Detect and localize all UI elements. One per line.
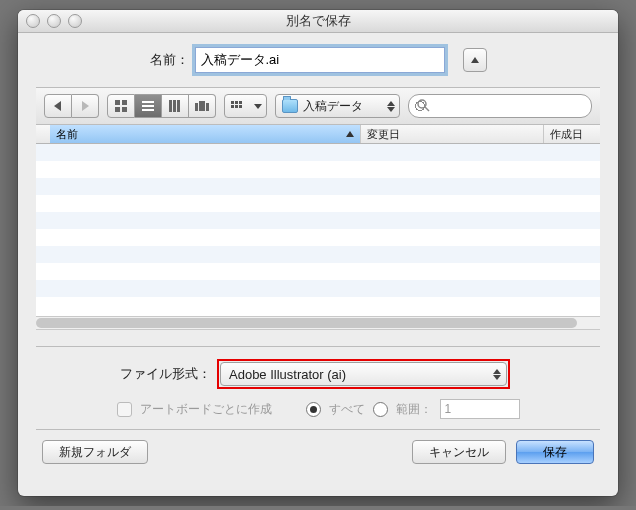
- view-coverflow-button[interactable]: [189, 94, 216, 118]
- list-row: [36, 246, 600, 263]
- radio-all: [306, 402, 321, 417]
- format-popup[interactable]: Adobe Illustrator (ai): [220, 362, 507, 386]
- filename-row: 名前：: [36, 47, 600, 73]
- triangle-left-icon: [54, 101, 62, 111]
- svg-rect-9: [142, 109, 154, 111]
- format-highlight: Adobe Illustrator (ai): [217, 359, 510, 389]
- minimize-icon[interactable]: [47, 14, 61, 28]
- back-button[interactable]: [44, 94, 72, 118]
- search-input[interactable]: [408, 94, 592, 118]
- svg-rect-21: [239, 105, 242, 108]
- artboard-checkbox: [117, 402, 132, 417]
- artboard-checkbox-label: アートボードごとに作成: [140, 401, 272, 418]
- svg-line-23: [425, 107, 429, 111]
- column-view-icon: [169, 100, 181, 112]
- svg-rect-10: [169, 100, 172, 112]
- list-row: [36, 263, 600, 280]
- svg-rect-20: [235, 105, 238, 108]
- svg-rect-15: [206, 103, 209, 111]
- chevron-down-icon: [387, 107, 395, 112]
- view-icon-button[interactable]: [107, 94, 135, 118]
- svg-rect-14: [199, 101, 205, 111]
- chevron-up-icon: [470, 56, 480, 64]
- svg-rect-19: [231, 105, 234, 108]
- svg-marker-1: [54, 101, 61, 111]
- window-title: 別名で保存: [18, 12, 618, 30]
- list-view-icon: [142, 101, 154, 111]
- nav-back-forward: [44, 94, 99, 118]
- list-row: [36, 144, 600, 161]
- svg-rect-17: [235, 101, 238, 104]
- svg-marker-0: [471, 57, 479, 63]
- svg-point-22: [418, 100, 426, 108]
- file-list[interactable]: [36, 144, 600, 316]
- grid-arrange-icon: [231, 101, 243, 111]
- svg-rect-11: [173, 100, 176, 112]
- expand-collapse-button[interactable]: [463, 48, 487, 72]
- new-folder-button[interactable]: 新規フォルダ: [42, 440, 148, 464]
- svg-marker-2: [82, 101, 89, 111]
- footer: 新規フォルダ キャンセル 保存: [36, 430, 600, 464]
- list-row: [36, 161, 600, 178]
- artboard-row: アートボードごとに作成 すべて 範囲：: [50, 399, 586, 419]
- svg-rect-8: [142, 105, 154, 107]
- list-row: [36, 178, 600, 195]
- list-row: [36, 195, 600, 212]
- column-name[interactable]: 名前: [50, 125, 361, 143]
- titlebar: 別名で保存: [18, 10, 618, 33]
- traffic-lights: [26, 14, 82, 28]
- chevron-down-icon: [493, 375, 501, 380]
- folder-icon: [282, 99, 298, 113]
- view-list-button[interactable]: [135, 94, 162, 118]
- cancel-button[interactable]: キャンセル: [412, 440, 506, 464]
- triangle-right-icon: [81, 101, 89, 111]
- list-row: [36, 212, 600, 229]
- coverflow-view-icon: [195, 101, 209, 111]
- column-modified[interactable]: 変更日: [361, 125, 544, 143]
- chevron-up-icon: [493, 369, 501, 374]
- svg-rect-13: [195, 103, 198, 111]
- format-block: ファイル形式： Adobe Illustrator (ai) アートボードごとに…: [36, 346, 600, 430]
- scroll-thumb[interactable]: [36, 318, 577, 328]
- view-columns-button[interactable]: [162, 94, 189, 118]
- format-value: Adobe Illustrator (ai): [229, 367, 346, 382]
- list-row: [36, 280, 600, 297]
- chevron-up-icon: [387, 101, 395, 106]
- svg-rect-18: [239, 101, 242, 104]
- browser-toolbar: 入稿データ: [36, 87, 600, 125]
- save-button[interactable]: 保存: [516, 440, 594, 464]
- svg-rect-6: [122, 107, 127, 112]
- horizontal-scrollbar[interactable]: [36, 316, 600, 330]
- range-input: [440, 399, 520, 419]
- location-popup[interactable]: 入稿データ: [275, 94, 400, 118]
- svg-rect-5: [115, 107, 120, 112]
- format-label: ファイル形式：: [120, 365, 211, 383]
- chevron-down-icon: [254, 104, 262, 109]
- list-row: [36, 229, 600, 246]
- search-wrap: [408, 94, 592, 118]
- location-label: 入稿データ: [303, 98, 363, 115]
- svg-rect-16: [231, 101, 234, 104]
- search-icon: [416, 98, 430, 112]
- forward-button[interactable]: [72, 94, 99, 118]
- column-created[interactable]: 作成日: [544, 125, 600, 143]
- svg-rect-3: [115, 100, 120, 105]
- radio-range: [373, 402, 388, 417]
- close-icon[interactable]: [26, 14, 40, 28]
- filename-label: 名前：: [150, 51, 189, 69]
- arrange-popup[interactable]: [224, 94, 267, 118]
- radio-all-label: すべて: [329, 401, 365, 418]
- list-row: [36, 297, 600, 314]
- view-mode-group: [107, 94, 216, 118]
- icon-view-icon: [115, 100, 127, 112]
- svg-rect-12: [177, 100, 180, 112]
- list-header: 名前 変更日 作成日: [36, 125, 600, 144]
- filename-input[interactable]: [195, 47, 445, 73]
- save-as-dialog: 別名で保存 名前：: [18, 10, 618, 496]
- zoom-icon[interactable]: [68, 14, 82, 28]
- svg-rect-4: [122, 100, 127, 105]
- svg-rect-7: [142, 101, 154, 103]
- radio-range-label: 範囲：: [396, 401, 432, 418]
